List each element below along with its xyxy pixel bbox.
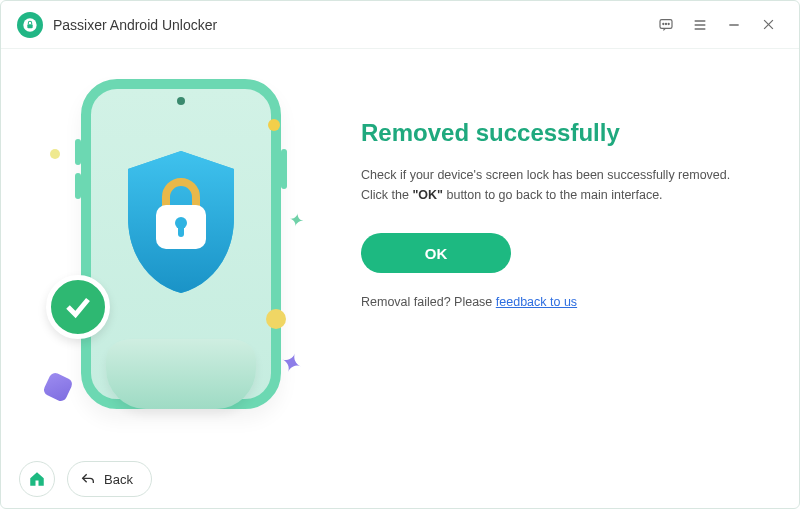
footer-bar: Back (1, 450, 799, 508)
success-check-icon (46, 275, 110, 339)
svg-rect-14 (178, 225, 184, 237)
close-icon[interactable] (753, 10, 783, 40)
sparkle-icon: ✦ (287, 208, 306, 232)
removal-failed-line: Removal failed? Please feedback to us (361, 295, 769, 309)
shield-lock-icon (116, 147, 246, 297)
success-illustration: ✦ ✦ (56, 79, 306, 409)
feedback-bubble-icon[interactable] (651, 10, 681, 40)
home-icon (28, 470, 46, 488)
title-bar: Passixer Android Unlocker (1, 1, 799, 49)
svg-point-3 (663, 23, 664, 24)
phone-outline-icon (81, 79, 281, 409)
back-button-label: Back (104, 472, 133, 487)
desc-text: button to go back to the main interface. (443, 188, 663, 202)
desc-bold: "OK" (412, 188, 443, 202)
feedback-link[interactable]: feedback to us (496, 295, 577, 309)
decor-cube-icon (42, 371, 74, 403)
decor-dot-icon (50, 149, 60, 159)
success-description: Check if your device's screen lock has b… (361, 165, 741, 205)
app-logo-icon (17, 12, 43, 38)
illustration-panel: ✦ ✦ (31, 79, 331, 450)
app-title: Passixer Android Unlocker (53, 17, 217, 33)
content-panel: Removed successfully Check if your devic… (361, 79, 769, 450)
decor-dot-icon (266, 309, 286, 329)
svg-point-5 (668, 23, 669, 24)
minimize-icon[interactable] (719, 10, 749, 40)
main-body: ✦ ✦ Removed successfully Check if your d… (1, 49, 799, 450)
svg-point-4 (665, 23, 666, 24)
app-window: Passixer Android Unlocker (0, 0, 800, 509)
ok-button[interactable]: OK (361, 233, 511, 273)
menu-icon[interactable] (685, 10, 715, 40)
back-button[interactable]: Back (67, 461, 152, 497)
decor-dot-icon (268, 119, 280, 131)
home-button[interactable] (19, 461, 55, 497)
back-arrow-icon (80, 471, 96, 487)
failed-prefix: Removal failed? Please (361, 295, 496, 309)
svg-rect-1 (27, 24, 32, 28)
success-heading: Removed successfully (361, 119, 769, 147)
